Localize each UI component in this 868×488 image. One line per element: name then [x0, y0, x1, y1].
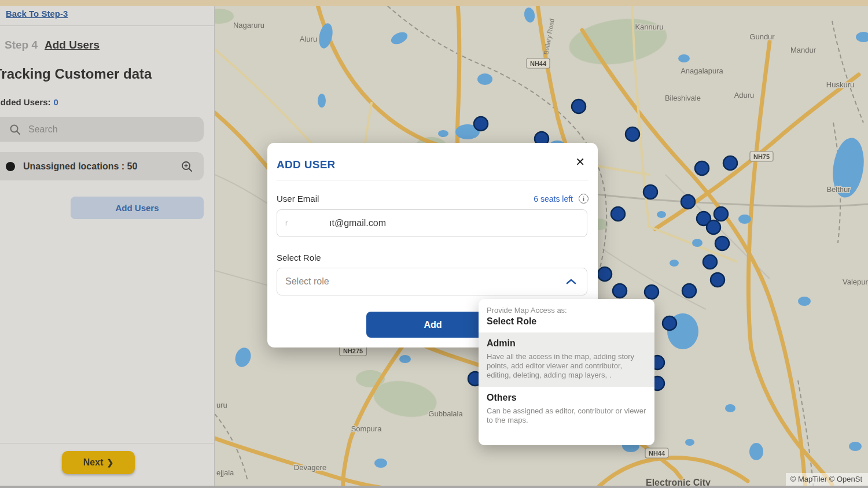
app-window: NagaruruAluruKannuruGundurMandurAnagalap…	[0, 0, 868, 488]
map-place-label: Valepura	[843, 278, 868, 286]
added-users-count: 0	[54, 97, 58, 107]
location-marker[interactable]	[645, 285, 659, 299]
zoom-in-icon[interactable]	[181, 160, 193, 173]
role-option-admin[interactable]: Admin Have all the access in the map, ad…	[479, 332, 654, 387]
location-marker[interactable]	[613, 284, 627, 298]
provide-map-access-label: Provide Map Access as:	[487, 306, 646, 315]
search-placeholder: Search	[28, 124, 58, 135]
location-marker[interactable]	[715, 236, 729, 250]
next-button-label: Next	[83, 457, 104, 467]
sidebar: Back To Step-3 Step 4Add Users Tracking …	[0, 0, 215, 488]
search-input[interactable]: Search	[0, 117, 204, 142]
location-marker[interactable]	[626, 127, 639, 141]
next-button[interactable]: Next❯	[62, 451, 135, 474]
role-option-admin-description: Have all the access in the map, adding s…	[487, 352, 646, 380]
chevron-up-icon	[566, 278, 576, 285]
map-place-label: Aduru	[734, 91, 755, 99]
location-marker[interactable]	[681, 195, 695, 209]
map-place-label: ejjala	[216, 468, 234, 477]
role-option-others-title: Others	[487, 393, 646, 403]
location-marker[interactable]	[707, 220, 720, 234]
location-marker[interactable]	[682, 284, 696, 298]
user-email-label: User Email	[277, 194, 534, 204]
role-select[interactable]: Select role	[277, 268, 587, 295]
map-place-label: Bileshivale	[665, 94, 701, 102]
svg-text:NH44: NH44	[649, 450, 665, 457]
map-attribution: © MapTiler © OpenSt	[786, 473, 868, 486]
back-to-step3-link[interactable]: Back To Step-3	[6, 9, 68, 19]
search-icon	[9, 124, 21, 135]
modal-title: ADD USER	[277, 158, 336, 171]
seats-left-badge: 6 seats left	[534, 194, 573, 204]
step-header: Step 4Add Users	[5, 39, 100, 51]
location-marker[interactable]	[611, 207, 625, 221]
map-place-label: Gubbalala	[428, 409, 463, 418]
map-place-label: Sompura	[351, 424, 382, 433]
svg-text:NH275: NH275	[343, 347, 363, 354]
map-place-label: Mandur	[790, 46, 816, 54]
location-marker[interactable]	[598, 267, 612, 281]
role-dropdown-header: Provide Map Access as: Select Role	[479, 299, 654, 332]
map-place-label: Gundur	[749, 32, 775, 41]
sidebar-divider-bottom	[0, 443, 214, 443]
role-dropdown-title: Select Role	[487, 316, 646, 327]
road-badge: NH44	[645, 448, 668, 458]
map-place-label: Nagaruru	[233, 21, 264, 29]
map-place-label: Belthur	[826, 185, 851, 194]
map-place-label: Devagere	[294, 463, 326, 472]
location-marker[interactable]	[663, 316, 676, 330]
location-marker[interactable]	[703, 255, 717, 269]
email-redacted-fragment: r	[285, 219, 288, 227]
location-marker[interactable]	[723, 156, 737, 170]
close-icon[interactable]: ✕	[575, 156, 585, 168]
email-value: ıt@gmail.com	[329, 218, 386, 228]
road-badge: NH75	[750, 151, 773, 161]
added-users-row: Added Users:0	[0, 97, 58, 107]
email-field[interactable]: r ıt@gmail.com	[277, 209, 587, 237]
add-users-button[interactable]: Add Users	[71, 197, 204, 219]
location-marker[interactable]	[695, 161, 709, 175]
role-option-others-description: Can be assigned as editor, contributor o…	[487, 406, 646, 425]
map-place-label: Aluru	[300, 35, 317, 43]
role-option-admin-title: Admin	[487, 338, 646, 349]
unassigned-locations-label: Unassigned locations : 50	[23, 161, 181, 172]
unassigned-dot-icon	[6, 162, 15, 171]
location-marker[interactable]	[711, 273, 724, 287]
top-edge-strip	[0, 0, 868, 6]
map-place-label: Kannuru	[635, 23, 663, 31]
role-dropdown: Provide Map Access as: Select Role Admin…	[479, 299, 654, 445]
map-place-label: Huskuru	[826, 80, 854, 89]
modal-divider	[277, 180, 589, 180]
info-icon[interactable]: i	[579, 194, 589, 204]
chevron-right-icon: ❯	[106, 458, 113, 467]
select-role-label: Select Role	[277, 253, 321, 263]
map-place-label: Anagalapura	[681, 66, 723, 75]
unassigned-locations-row[interactable]: Unassigned locations : 50	[0, 152, 204, 180]
bottom-edge-strip	[0, 486, 868, 488]
road-badge: NH44	[527, 58, 550, 68]
location-marker[interactable]	[572, 99, 586, 113]
added-users-label: Added Users:	[0, 97, 51, 107]
step-title: Add Users	[45, 39, 100, 51]
location-marker[interactable]	[474, 117, 488, 131]
step-number-label: Step 4	[5, 39, 38, 51]
project-title: Tracking Customer data	[0, 66, 152, 82]
svg-text:NH44: NH44	[530, 60, 547, 67]
svg-text:NH75: NH75	[753, 153, 770, 160]
location-marker[interactable]	[643, 185, 657, 199]
role-option-others[interactable]: Others Can be assigned as editor, contri…	[479, 387, 654, 432]
location-marker[interactable]	[714, 207, 728, 221]
sidebar-divider-top	[0, 25, 214, 26]
map-place-label: uru	[216, 401, 227, 409]
role-select-placeholder: Select role	[285, 276, 566, 287]
